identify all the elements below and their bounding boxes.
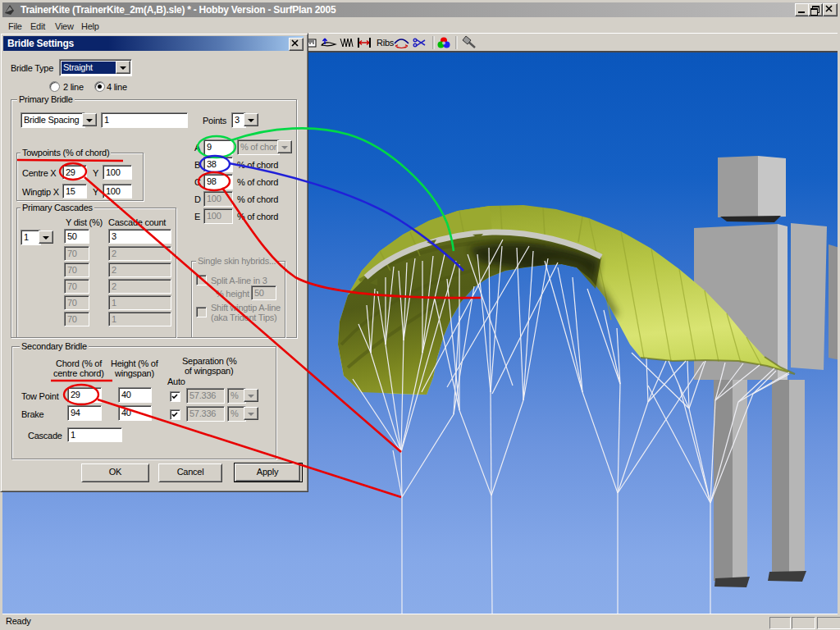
svg-text:Ribs: Ribs — [377, 38, 395, 48]
